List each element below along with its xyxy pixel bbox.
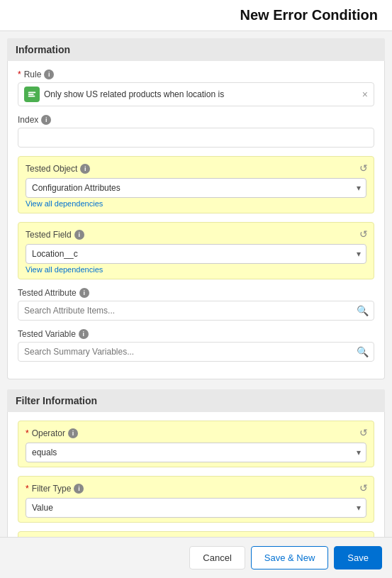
tested-attribute-info-icon[interactable]: i [79,288,89,298]
information-section-body: * Rule i Only show US related products w… [7,61,385,379]
tested-variable-row: Tested Variable i 🔍 [18,329,374,362]
tested-object-reset-icon[interactable]: ↺ [359,162,368,174]
page-title: New Error Condition [14,7,378,23]
operator-box: ↺ * Operator i equals ▾ [18,421,374,467]
index-field-row: Index i [18,115,374,148]
svg-rect-0 [28,92,36,94]
rule-input-wrapper: Only show US related products when locat… [18,82,374,106]
filter-type-select[interactable]: Value [26,498,366,518]
tested-field-box: ↺ Tested Field i Location__c ▾ View all … [18,222,374,279]
filter-type-box: ↺ * Filter Type i Value ▾ [18,476,374,523]
save-button[interactable]: Save [334,546,382,569]
tested-field-select[interactable]: Location__c [26,244,366,264]
tested-variable-search-wrapper: 🔍 [18,342,374,362]
operator-info-icon[interactable]: i [68,428,78,438]
index-info-icon[interactable]: i [41,115,51,125]
filter-section-header: Filter Information [7,389,385,412]
operator-reset-icon[interactable]: ↺ [359,427,368,438]
tested-field-label: Tested Field i [26,230,366,240]
index-label: Index i [18,115,374,125]
operator-select-wrapper: equals ▾ [26,443,366,462]
svg-rect-1 [28,94,34,95]
rule-value: Only show US related products when locat… [44,89,358,99]
rule-info-icon[interactable]: i [44,70,54,79]
tested-object-view-deps-link[interactable]: View all dependencies [26,199,103,208]
cancel-button[interactable]: Cancel [189,546,245,569]
tested-variable-search-input[interactable] [18,342,374,362]
filter-type-select-wrapper: Value ▾ [26,498,366,518]
operator-select[interactable]: equals [26,443,366,462]
information-section-header: Information [7,38,385,61]
index-input[interactable] [18,128,374,148]
svg-rect-2 [28,96,35,97]
rule-icon [24,87,40,102]
page-header: New Error Condition [0,0,392,31]
footer-bar: Cancel Save & New Save [0,537,392,578]
rule-label: * Rule i [18,70,374,79]
tested-object-label: Tested Object i [26,164,366,174]
tested-field-select-wrapper: Location__c ▾ [26,244,366,264]
tested-variable-label: Tested Variable i [18,329,374,339]
tested-object-select-wrapper: Configuration Attributes ▾ [26,178,366,198]
filter-type-info-icon[interactable]: i [74,484,84,494]
save-new-button[interactable]: Save & New [251,546,329,569]
tested-attribute-row: Tested Attribute i 🔍 [18,288,374,321]
rule-close-button[interactable]: × [362,89,368,99]
filter-type-label: * Filter Type i [26,484,366,494]
filter-type-reset-icon[interactable]: ↺ [359,482,368,494]
tested-object-box: ↺ Tested Object i Configuration Attribut… [18,156,374,213]
tested-attribute-label: Tested Attribute i [18,288,374,298]
operator-label: * Operator i [26,428,366,438]
tested-object-select[interactable]: Configuration Attributes [26,178,366,198]
tested-variable-info-icon[interactable]: i [79,329,89,339]
tested-field-reset-icon[interactable]: ↺ [359,228,368,240]
tested-field-info-icon[interactable]: i [74,230,84,240]
tested-attribute-search-wrapper: 🔍 [18,301,374,321]
rule-field-row: * Rule i Only show US related products w… [18,70,374,106]
page-body: Information * Rule i Only show US relate… [0,31,392,578]
tested-object-info-icon[interactable]: i [80,164,90,174]
tested-attribute-search-input[interactable] [18,301,374,321]
tested-field-view-deps-link[interactable]: View all dependencies [26,265,103,274]
